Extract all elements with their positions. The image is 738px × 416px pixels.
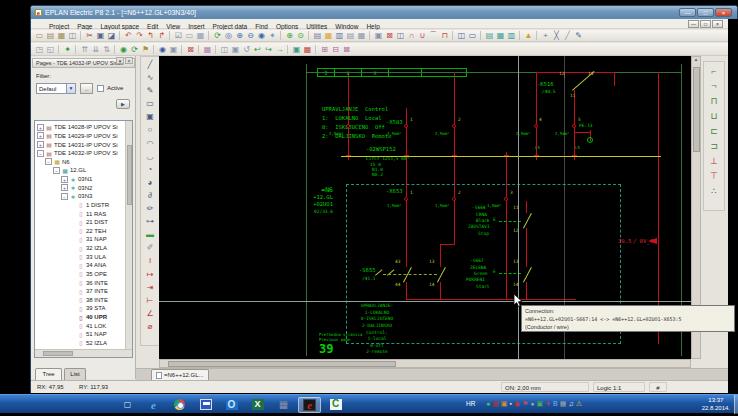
menu-item[interactable]: Utilities — [302, 23, 331, 30]
drawing-tool-icon[interactable]: ○ — [143, 123, 158, 136]
tree-item[interactable]: ▯ 40 UPR — [35, 313, 125, 322]
toolbar-icon[interactable]: ⟳ — [129, 44, 140, 55]
toolbar-icon[interactable]: ⊠ — [185, 44, 196, 55]
toolbar-icon[interactable]: ⊕ — [234, 30, 245, 41]
toolbar-icon[interactable]: ⇈ — [79, 44, 90, 55]
drawing-tool-icon[interactable]: Ι — [143, 254, 158, 267]
toolbar-icon[interactable]: ✦ — [62, 44, 73, 55]
tree-expander-icon[interactable] — [69, 245, 76, 252]
toolbar-icon[interactable]: ⇅ — [101, 44, 112, 55]
toolbar-icon[interactable]: ⊖ — [245, 30, 256, 41]
toolbar-icon[interactable]: + — [540, 30, 551, 41]
toolbar-icon[interactable]: ⊠ — [341, 44, 352, 55]
tray-icon[interactable]: ▪ — [509, 399, 511, 409]
toolbar-icon[interactable]: ▦ — [195, 30, 206, 41]
tray-icon[interactable]: ◉ — [514, 399, 520, 409]
tree-item[interactable]: ▯ 33 ULA — [35, 252, 125, 261]
taskbar-app-button[interactable]: C — [324, 397, 347, 413]
tree-expander-icon[interactable] — [69, 236, 76, 243]
tree-item[interactable]: ▯ 22 TEH — [35, 227, 125, 236]
toolbar-icon[interactable] — [75, 45, 77, 54]
toolbar-icon[interactable]: ◫ — [456, 30, 467, 41]
toolbar-icon[interactable]: ▦ — [302, 44, 313, 55]
toolbar-icon[interactable] — [119, 31, 121, 40]
menu-item[interactable]: Project data — [209, 23, 252, 30]
toolbar-icon[interactable]: ▤ — [312, 30, 323, 41]
toolbar-icon[interactable]: ▦ — [495, 30, 506, 41]
toolbar-icon[interactable]: ↺ — [241, 44, 252, 55]
toolbar-icon[interactable]: ▦ — [323, 30, 334, 41]
tab-tree[interactable]: Tree — [35, 368, 62, 380]
connection-tool-icon[interactable]: ⊤ — [706, 169, 722, 184]
toolbar-icon[interactable] — [315, 45, 317, 54]
drawing-tool-icon[interactable]: ↦ — [143, 268, 158, 281]
toolbar-icon[interactable]: ▣ — [95, 30, 106, 41]
tree-expander-icon[interactable] — [69, 201, 76, 208]
active-checkbox[interactable] — [97, 85, 104, 92]
tree-item[interactable]: ▯ 34 ANA — [35, 261, 125, 270]
filter-combobox[interactable]: Defaul ▼ — [36, 83, 76, 94]
drawing-tool-icon[interactable]: ✐ — [143, 241, 158, 254]
toolbar-icon[interactable] — [58, 45, 60, 54]
drawing-tool-icon[interactable]: ▣ — [143, 110, 158, 123]
menu-item[interactable]: Window — [331, 23, 362, 30]
tree-expander-icon[interactable]: + — [37, 132, 44, 139]
toolbar-icon[interactable] — [287, 45, 289, 54]
toolbar-icon[interactable] — [215, 45, 217, 54]
tree-expander-icon[interactable]: + — [61, 176, 68, 183]
filter-browse-button[interactable]: ... — [80, 83, 93, 94]
toolbar-icon[interactable]: ▭ — [34, 30, 45, 41]
toolbar-icon[interactable]: ▥ — [506, 30, 517, 41]
taskbar-app-button[interactable] — [168, 397, 191, 413]
tree-item[interactable]: ▯ 11 RAS — [35, 209, 125, 218]
show-desktop-button[interactable] — [734, 395, 738, 414]
toolbar-icon[interactable] — [519, 31, 521, 40]
toolbar-icon[interactable]: ◫ — [67, 30, 78, 41]
taskbar[interactable]: ▢eOX▦eC HR ●▦▣▪◉⚑●▣✈B▦♫⚠ 13:37 22.8.2014… — [0, 394, 738, 413]
canvas-hscrollbar[interactable] — [159, 359, 691, 368]
tab-list[interactable]: List — [64, 368, 86, 380]
menu-item[interactable]: View — [162, 23, 184, 30]
drawing-tool-icon[interactable]: ◔ — [143, 163, 158, 176]
connection-tool-icon[interactable]: ⊔ — [706, 109, 722, 124]
toolbar-icon[interactable]: ▤ — [484, 30, 495, 41]
child-minimize-button[interactable]: — — [688, 20, 699, 28]
tray-icon[interactable]: ● — [530, 399, 534, 409]
drawing-tool-icon[interactable]: ∿ — [143, 71, 158, 84]
toolbar-icon[interactable] — [452, 31, 454, 40]
tray-icon[interactable]: ♫ — [568, 399, 573, 409]
connection-tool-icon[interactable]: ¬ — [706, 79, 722, 94]
toolbar-icon[interactable]: ✂ — [84, 30, 95, 41]
menu-item[interactable]: Project — [45, 23, 73, 30]
tree-expander-icon[interactable] — [69, 219, 76, 226]
taskbar-app-button[interactable]: ▦ — [272, 397, 295, 413]
drawing-tool-icon[interactable]: ◡ — [143, 150, 158, 163]
toolbar-icon[interactable]: ▦ — [202, 44, 213, 55]
drawing-tool-icon[interactable]: ✏ — [143, 202, 158, 215]
toolbar-icon[interactable]: ⊟ — [330, 44, 341, 55]
tree-item[interactable]: ▯ 32 IZLA — [35, 244, 125, 253]
drawing-tool-icon[interactable]: ⊢ — [143, 294, 158, 307]
toolbar-icon[interactable]: ▣ — [230, 44, 241, 55]
connection-tool-icon[interactable]: ⌐ — [706, 64, 722, 79]
connection-tool-icon[interactable]: ∴ — [706, 184, 722, 199]
toolbar-icon[interactable]: ∪ — [417, 30, 428, 41]
tree-item[interactable]: ▯ 31 NAP — [35, 235, 125, 244]
toolbar-icon[interactable]: ⊞ — [319, 44, 330, 55]
child-close-button[interactable]: × — [712, 20, 723, 28]
tree-item[interactable]: ▯ 37 INTE — [35, 287, 125, 296]
toolbar-icon[interactable]: ▦ — [356, 30, 367, 41]
toolbar-icon[interactable]: ╳ — [551, 30, 562, 41]
toolbar-icon[interactable]: ↶ — [123, 30, 134, 41]
menu-item[interactable]: Find — [251, 23, 272, 30]
drawing-tool-icon[interactable]: ◕ — [143, 176, 158, 189]
maximize-button[interactable]: □ — [697, 8, 714, 17]
tree-expander-icon[interactable] — [69, 227, 76, 234]
tree-expander-icon[interactable]: + — [61, 184, 68, 191]
toolbar-icon[interactable]: ✎ — [573, 30, 584, 41]
connection-tool-icon[interactable]: ⊓ — [706, 94, 722, 109]
toolbar-icon[interactable]: ↱ — [156, 30, 167, 41]
toolbar-icon[interactable] — [114, 45, 116, 54]
toolbar-icon[interactable]: ◉ — [256, 30, 267, 41]
toolbar-icon[interactable]: ⊕ — [284, 30, 295, 41]
